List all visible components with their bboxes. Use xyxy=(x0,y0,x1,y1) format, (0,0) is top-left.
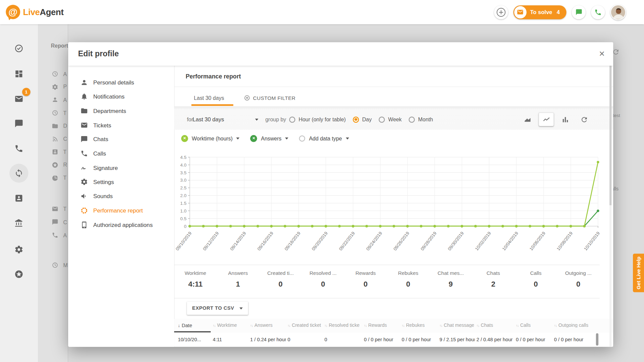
svg-text:09/10/2019: 09/10/2019 xyxy=(175,231,193,251)
group-by-month[interactable]: Month xyxy=(409,116,433,122)
data-type-chip[interactable]: ✕Answers xyxy=(250,135,288,142)
profile-menu-item-sounds[interactable]: Sounds xyxy=(68,189,174,203)
column-header-rebukes[interactable]: ↑↓Rebukes xyxy=(402,322,437,327)
get-live-help-tab[interactable]: Get Live Help xyxy=(633,254,644,292)
profile-menu-item-personal-details[interactable]: Personal details xyxy=(68,75,174,89)
sidebar-item-contact-card[interactable] xyxy=(0,194,38,203)
svg-text:2.5: 2.5 xyxy=(180,185,186,190)
stat-resolved: Resolved ...0 xyxy=(302,265,344,298)
svg-text:2.0: 2.0 xyxy=(180,193,186,198)
divider xyxy=(174,86,613,87)
column-header-chat-message[interactable]: ↑↓Chat message xyxy=(439,322,474,327)
profile-menu-item-calls[interactable]: Calls xyxy=(68,146,174,161)
sort-desc-icon: ↓ xyxy=(178,323,180,328)
remove-icon[interactable]: ✕ xyxy=(250,135,257,142)
close-icon[interactable]: ✕ xyxy=(599,49,605,58)
table-scrollbar-thumb[interactable] xyxy=(596,333,598,346)
svg-text:10/06/2019: 10/06/2019 xyxy=(529,231,546,251)
profile-menu-item-chats[interactable]: Chats xyxy=(68,132,174,146)
column-header-worktime[interactable]: ↑↓Worktime xyxy=(213,322,248,327)
date-range-select[interactable]: Last 30 days xyxy=(193,114,258,125)
sidebar-item-mail[interactable] xyxy=(0,95,38,104)
group-by-options: Hour (only for table)DayWeekMonth xyxy=(289,114,433,125)
column-header-answers[interactable]: ↑↓Answers xyxy=(250,322,285,327)
data-type-chip[interactable]: ✕Worktime (hours) xyxy=(181,135,239,142)
group-by-week[interactable]: Week xyxy=(379,116,402,122)
profile-menu-item-settings[interactable]: Settings xyxy=(68,175,174,189)
group-by-hour[interactable]: Hour (only for table) xyxy=(289,116,346,122)
column-header-date[interactable]: ↓Date xyxy=(178,322,210,328)
bell-icon xyxy=(80,93,88,100)
profile-menu-item-notifications[interactable]: Notifications xyxy=(68,89,174,104)
sort-icon: ↑↓ xyxy=(250,323,253,327)
sidebar-item-chat[interactable] xyxy=(0,119,38,128)
calls-button[interactable] xyxy=(591,5,605,19)
sort-icon: ↑↓ xyxy=(516,323,519,327)
column-header-calls[interactable]: ↑↓Calls xyxy=(516,322,552,327)
tasks-icon xyxy=(14,44,23,53)
svg-text:3.0: 3.0 xyxy=(180,178,186,183)
stat-answers: Answers1 xyxy=(217,265,259,298)
active-tab-underline xyxy=(192,104,233,106)
svg-text:09/24/2019: 09/24/2019 xyxy=(365,231,383,251)
bar-chart-button[interactable] xyxy=(558,113,573,126)
sort-icon: ↑↓ xyxy=(364,323,367,327)
chats-button[interactable] xyxy=(572,5,586,19)
sidebar-item-sync[interactable] xyxy=(0,169,38,178)
modal-header: Edit profile ✕ xyxy=(68,42,613,66)
add-data-type-chip[interactable]: Add data type xyxy=(299,135,349,141)
empty-radio-icon[interactable] xyxy=(299,135,305,141)
report-table-row[interactable]: 10/10/20...4:111 / 0.24 per hour000 / 0 … xyxy=(174,333,613,347)
refresh-button[interactable] xyxy=(577,113,591,126)
export-to-csv-button[interactable]: EXPORT TO CSV xyxy=(187,302,248,315)
create-new-button[interactable] xyxy=(494,5,508,19)
to-solve-envelope-circle xyxy=(514,6,527,18)
calls-icon xyxy=(14,144,23,153)
profile-menu-item-signature[interactable]: Signature xyxy=(68,161,174,175)
sidebar-item-gear[interactable] xyxy=(0,245,38,254)
sidebar-item-dashboard[interactable] xyxy=(0,69,38,78)
modal-scrollbar-thumb[interactable] xyxy=(609,66,611,205)
profile-menu: Personal detailsNotificationsDepartments… xyxy=(68,66,174,347)
stat-worktime: Worktime4:11 xyxy=(174,265,217,298)
profile-menu-item-authorized-applications[interactable]: Authorized applications xyxy=(68,218,174,232)
column-header-resolved-ticke[interactable]: ↑↓Resolved ticke xyxy=(324,322,361,327)
column-header-created-ticket[interactable]: ↑↓Created ticket xyxy=(287,322,322,327)
line-chart-button[interactable] xyxy=(539,113,554,126)
remove-icon[interactable]: ✕ xyxy=(181,135,188,142)
sidebar-item-bank[interactable] xyxy=(0,219,38,228)
stat-outgoing: Outgoing ...0 xyxy=(557,265,600,298)
svg-text:@: @ xyxy=(8,7,17,17)
svg-text:1.0: 1.0 xyxy=(180,208,186,214)
sort-icon: ↑↓ xyxy=(324,323,327,327)
svg-text:0: 0 xyxy=(184,224,186,229)
svg-text:09/30/2019: 09/30/2019 xyxy=(447,231,465,251)
profile-menu-item-tickets[interactable]: Tickets xyxy=(68,118,174,132)
svg-text:09/12/2019: 09/12/2019 xyxy=(202,231,220,251)
chevron-down-icon xyxy=(345,137,349,139)
column-header-chats[interactable]: ↑↓Chats xyxy=(476,322,513,327)
data-type-chips: ✕Worktime (hours)✕AnswersAdd data type xyxy=(181,130,349,147)
sidebar-item-check-circle[interactable] xyxy=(0,44,38,53)
phone-icon xyxy=(594,8,602,16)
tab-custom-filter[interactable]: CUSTOM FILTER xyxy=(244,95,296,101)
tickets-mail-icon xyxy=(14,95,23,104)
profile-menu-item-performance-report[interactable]: Performance report xyxy=(68,203,174,218)
liveagent-logo[interactable]: @ LiveAgent xyxy=(4,4,63,20)
chevron-down-icon xyxy=(285,137,288,139)
liveagent-logo-icon: @ xyxy=(4,4,20,20)
user-avatar[interactable] xyxy=(610,4,626,20)
signature-icon xyxy=(80,164,88,171)
sidebar-item-phone[interactable] xyxy=(0,144,38,153)
group-by-day[interactable]: Day xyxy=(353,116,372,122)
dashboard-icon xyxy=(14,69,23,78)
column-header-rewards[interactable]: ↑↓Rewards xyxy=(364,322,399,327)
area-chart-button[interactable] xyxy=(520,113,535,126)
column-header-outgoing-calls[interactable]: ↑↓Outgoing calls xyxy=(554,322,595,327)
sidebar-item-star-circle[interactable] xyxy=(0,269,38,279)
sort-icon: ↑↓ xyxy=(213,323,215,327)
to-solve-button[interactable]: To solve 4 xyxy=(513,5,566,19)
person-icon xyxy=(80,78,88,86)
tab-last-30-days[interactable]: Last 30 days xyxy=(194,95,224,101)
profile-menu-item-departments[interactable]: Departments xyxy=(68,104,174,118)
